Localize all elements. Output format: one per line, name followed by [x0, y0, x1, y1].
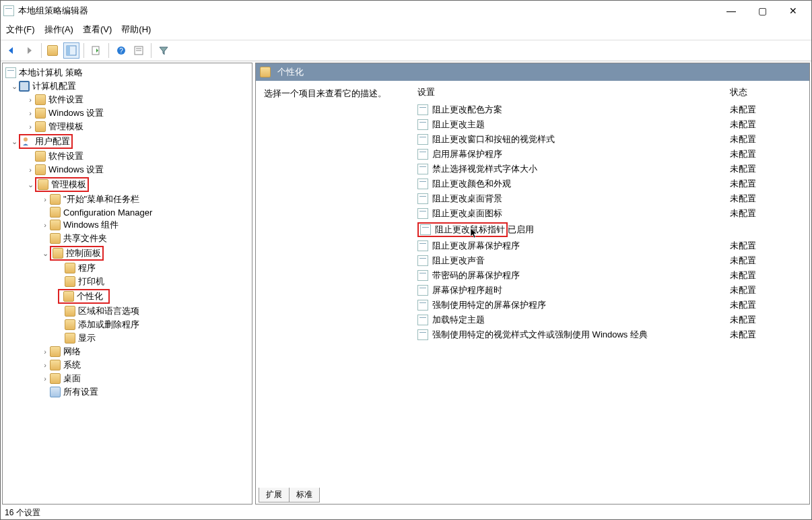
settings-icon [50, 387, 61, 397]
tree-printers[interactable]: 打印机 [4, 275, 250, 288]
toolbar-sep-1 [41, 43, 42, 58]
expander-icon[interactable]: ⌄ [9, 82, 19, 91]
filter-button[interactable] [156, 42, 172, 59]
col-header-setting[interactable]: 设置 [417, 86, 730, 98]
computer-icon [19, 81, 30, 92]
maximize-button[interactable]: ▢ [747, 1, 778, 21]
setting-row[interactable]: 禁止选择视觉样式字体大小未配置 [415, 162, 807, 176]
tree-uc-admin[interactable]: ⌄ 管理模板 [4, 176, 250, 193]
folder-icon [50, 360, 61, 370]
tree-network[interactable]: › 网络 [4, 345, 250, 358]
setting-row[interactable]: 强制使用特定的视觉样式文件或强制使用 Windows 经典未配置 [415, 327, 807, 342]
setting-row[interactable]: 强制使用特定的屏幕保护程序未配置 [415, 298, 807, 313]
forward-button[interactable] [21, 42, 37, 59]
setting-row[interactable]: 阻止更改鼠标指针已启用 [415, 221, 807, 238]
expander-icon[interactable]: › [26, 96, 35, 104]
toolbar-sep-3 [108, 43, 109, 58]
setting-icon [417, 104, 428, 115]
setting-label: 禁止选择视觉样式字体大小 [432, 163, 730, 175]
setting-row[interactable]: 启用屏幕保护程序未配置 [415, 147, 807, 162]
tree-cc-admin[interactable]: › 管理模板 [4, 120, 250, 133]
help-button[interactable]: ? [113, 42, 129, 59]
expander-icon[interactable]: › [26, 109, 35, 117]
expander-icon[interactable]: ⌄ [26, 181, 35, 189]
setting-state: 已启用 [508, 224, 582, 236]
tree-personalization[interactable]: 个性化 [4, 288, 250, 304]
tree-region-lang[interactable]: 区域和语言选项 [4, 304, 250, 318]
up-button[interactable] [46, 42, 62, 59]
tree-add-remove[interactable]: 添加或删除程序 [4, 318, 250, 331]
tree-start-taskbar[interactable]: › "开始"菜单和任务栏 [4, 193, 250, 206]
setting-row[interactable]: 阻止更改屏幕保护程序未配置 [415, 238, 807, 253]
expander-icon[interactable]: › [40, 375, 50, 383]
setting-row[interactable]: 阻止更改配色方案未配置 [415, 102, 807, 117]
settings-list[interactable]: 阻止更改配色方案未配置阻止更改主题未配置阻止更改窗口和按钮的视觉样式未配置启用屏… [412, 102, 809, 488]
setting-label: 启用屏幕保护程序 [432, 148, 730, 160]
setting-label: 阻止更改窗口和按钮的视觉样式 [432, 133, 730, 145]
folder-icon [50, 373, 61, 384]
tree-uc-software[interactable]: 软件设置 [4, 150, 250, 163]
setting-state: 未配置 [730, 163, 804, 175]
tree-shared-folders[interactable]: 共享文件夹 [4, 232, 250, 245]
col-header-state[interactable]: 状态 [730, 86, 804, 98]
setting-label: 阻止更改屏幕保护程序 [432, 240, 730, 252]
setting-row[interactable]: 阻止更改颜色和外观未配置 [415, 176, 807, 191]
tree-all-settings[interactable]: 所有设置 [4, 385, 250, 399]
folder-icon [53, 248, 63, 259]
setting-icon [417, 193, 428, 204]
expander-icon[interactable]: › [40, 221, 50, 229]
expander-icon[interactable]: › [40, 348, 50, 356]
setting-row[interactable]: 阻止更改主题未配置 [415, 117, 807, 132]
tree-display[interactable]: 显示 [4, 331, 250, 345]
tree-pane[interactable]: 本地计算机 策略 ⌄ 计算机配置 › 软件设置 [2, 63, 252, 505]
setting-row[interactable]: 阻止更改声音未配置 [415, 253, 807, 268]
setting-icon [417, 255, 428, 266]
expander-icon[interactable]: › [40, 361, 50, 369]
setting-row[interactable]: 加载特定主题未配置 [415, 313, 807, 327]
setting-row[interactable]: 屏幕保护程序超时未配置 [415, 283, 807, 298]
properties-button[interactable] [131, 42, 147, 59]
setting-icon [417, 134, 428, 145]
expander-icon[interactable]: ⌄ [9, 137, 19, 146]
menu-view[interactable]: 查看(V) [83, 24, 112, 36]
export-button[interactable] [88, 42, 104, 59]
menu-help[interactable]: 帮助(H) [121, 24, 151, 36]
tree-user-config[interactable]: ⌄ 用户配置 [4, 133, 250, 150]
setting-row[interactable]: 带密码的屏幕保护程序未配置 [415, 268, 807, 283]
menu-file[interactable]: 文件(F) [6, 24, 35, 36]
setting-state: 未配置 [730, 133, 804, 145]
tree-computer-config[interactable]: ⌄ 计算机配置 [4, 79, 250, 93]
tree-root[interactable]: 本地计算机 策略 [4, 66, 250, 79]
expander-icon[interactable]: › [26, 166, 35, 174]
setting-row[interactable]: 阻止更改桌面图标未配置 [415, 206, 807, 221]
tab-standard[interactable]: 标准 [289, 488, 320, 502]
tree-cc-software[interactable]: › 软件设置 [4, 93, 250, 106]
tree-control-panel[interactable]: ⌄ 控制面板 [4, 245, 250, 261]
tab-extended[interactable]: 扩展 [259, 488, 290, 502]
settings-column: 设置 状态 阻止更改配色方案未配置阻止更改主题未配置阻止更改窗口和按钮的视觉样式… [412, 81, 809, 488]
setting-label: 阻止更改配色方案 [432, 104, 730, 116]
minimize-button[interactable]: — [716, 1, 747, 21]
tree-uc-windows[interactable]: › Windows 设置 [4, 163, 250, 176]
right-pane: 个性化 选择一个项目来查看它的描述。 设置 状态 阻止更改配色方案未配置阻止更改… [255, 63, 810, 505]
setting-row[interactable]: 阻止更改桌面背景未配置 [415, 191, 807, 206]
folder-icon [65, 276, 75, 287]
expander-icon[interactable]: ⌄ [40, 249, 50, 258]
setting-row[interactable]: 阻止更改窗口和按钮的视觉样式未配置 [415, 132, 807, 147]
folder-icon [35, 151, 46, 162]
tree-programs[interactable]: 程序 [4, 261, 250, 275]
tree-cc-windows[interactable]: › Windows 设置 [4, 106, 250, 120]
expander-icon[interactable]: › [26, 123, 35, 131]
folder-icon [50, 346, 61, 357]
tree-win-components[interactable]: › Windows 组件 [4, 218, 250, 232]
show-hide-tree-button[interactable] [63, 42, 79, 59]
setting-icon [417, 178, 428, 189]
tree-config-mgr[interactable]: Configuration Manager [4, 206, 250, 218]
folder-up-icon [47, 45, 58, 56]
close-button[interactable]: ✕ [778, 1, 809, 21]
tree-system[interactable]: › 系统 [4, 358, 250, 372]
menu-action[interactable]: 操作(A) [44, 24, 73, 36]
expander-icon[interactable]: › [40, 195, 50, 203]
tree-desktop[interactable]: › 桌面 [4, 372, 250, 385]
back-button[interactable] [3, 42, 20, 59]
